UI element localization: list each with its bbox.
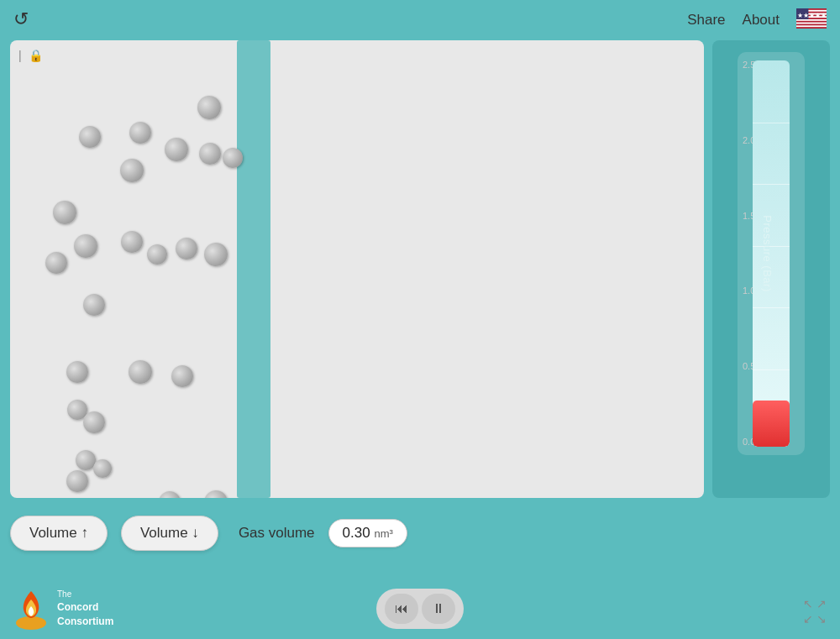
controls-bar: Volume ↑ Volume ↓ Gas volume 0.30 nm³ bbox=[10, 510, 830, 557]
logo-name: ConcordConsortium bbox=[57, 600, 113, 629]
gas-volume-unit: nm³ bbox=[374, 527, 392, 540]
pause-button[interactable]: ⏸ bbox=[422, 594, 455, 624]
particle-19 bbox=[83, 411, 105, 433]
concord-flame-icon bbox=[13, 588, 49, 630]
particle-10 bbox=[121, 231, 143, 253]
reload-icon[interactable]: ↺ bbox=[13, 8, 29, 30]
particle-16 bbox=[129, 360, 152, 384]
particle-4 bbox=[199, 143, 221, 165]
lock-icon: 🔒 bbox=[29, 49, 43, 62]
pressure-gauge-panel: 2.5 2.0 1.5 1.0 0.5 0.0 Pressure (Bar) bbox=[712, 40, 830, 498]
volume-up-button[interactable]: Volume ↑ bbox=[10, 516, 108, 551]
particle-2 bbox=[129, 122, 151, 144]
rewind-button[interactable]: ⏮ bbox=[385, 594, 418, 624]
expand-topleft-icon[interactable]: ↖ bbox=[803, 597, 813, 610]
particle-1 bbox=[79, 126, 101, 148]
particle-8 bbox=[45, 252, 67, 274]
header: ↺ Share About ★★★★★★ bbox=[0, 0, 840, 40]
particle-17 bbox=[171, 365, 193, 387]
concord-logo-text: The ConcordConsortium bbox=[57, 589, 113, 629]
volume-down-button[interactable]: Volume ↓ bbox=[121, 516, 218, 551]
svg-rect-6 bbox=[796, 25, 827, 27]
pause-icon: ⏸ bbox=[432, 601, 445, 616]
share-button[interactable]: Share bbox=[687, 12, 725, 29]
particle-14 bbox=[83, 294, 105, 316]
pressure-indicator bbox=[753, 401, 790, 447]
expand-bottomleft-icon[interactable]: ↙ bbox=[803, 612, 813, 626]
particle-12 bbox=[176, 238, 197, 259]
about-button[interactable]: About bbox=[743, 12, 780, 29]
particle-13 bbox=[204, 243, 228, 266]
particle-0 bbox=[197, 96, 221, 119]
pressure-axis-label: Pressure (Bar) bbox=[762, 215, 774, 292]
particle-5 bbox=[223, 148, 243, 168]
particle-9 bbox=[74, 234, 97, 258]
language-flag[interactable]: ★★★★★★ bbox=[796, 8, 827, 32]
particle-7 bbox=[53, 201, 76, 224]
particle-6 bbox=[120, 159, 144, 182]
expand-topright-icon[interactable]: ↗ bbox=[816, 597, 827, 610]
main-area: | 🔒 2.5 2.0 1.5 1.0 0.5 0.0 bbox=[10, 40, 830, 498]
piston[interactable] bbox=[237, 40, 270, 498]
particle-21 bbox=[93, 459, 112, 478]
gas-volume-value: 0.30 bbox=[343, 525, 370, 541]
particle-3 bbox=[165, 138, 188, 161]
expand-bottomright-icon[interactable]: ↘ bbox=[816, 612, 827, 626]
particle-24 bbox=[204, 490, 228, 498]
gas-volume-label: Gas volume bbox=[239, 525, 315, 542]
concord-logo[interactable]: The ConcordConsortium bbox=[13, 588, 113, 630]
playback-controls: ⏮ ⏸ bbox=[376, 589, 464, 629]
pin-icon: | bbox=[18, 49, 22, 62]
footer: The ConcordConsortium ⏮ ⏸ ↖ ↗ ↙ ↘ bbox=[0, 579, 840, 639]
particle-23 bbox=[159, 491, 181, 498]
sim-icons: | 🔒 bbox=[18, 49, 43, 62]
svg-text:★★★★★★: ★★★★★★ bbox=[797, 12, 827, 19]
particle-22 bbox=[66, 470, 88, 492]
logo-the: The bbox=[57, 589, 113, 600]
gas-volume-display: 0.30 nm³ bbox=[328, 519, 407, 547]
svg-point-9 bbox=[16, 616, 46, 630]
svg-rect-4 bbox=[796, 19, 827, 21]
simulation-box[interactable]: | 🔒 bbox=[10, 40, 704, 498]
gauge-container: 2.5 2.0 1.5 1.0 0.5 0.0 Pressure (Bar) bbox=[738, 52, 805, 455]
particle-15 bbox=[66, 361, 88, 383]
particle-11 bbox=[147, 244, 167, 265]
svg-rect-5 bbox=[796, 23, 827, 24]
rewind-icon: ⏮ bbox=[395, 601, 408, 616]
expand-icons: ↖ ↗ ↙ ↘ bbox=[803, 597, 827, 626]
